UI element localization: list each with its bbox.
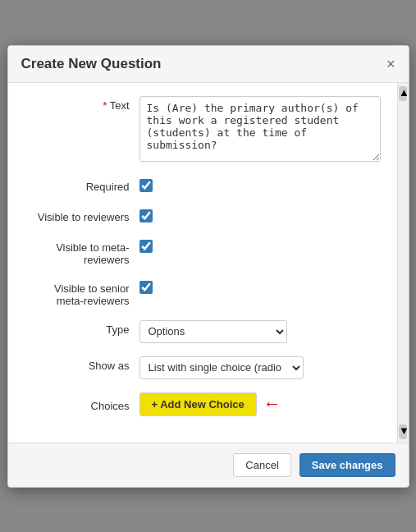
modal-overlay: Create New Question × Text Is (Are) the … bbox=[0, 0, 416, 532]
show-as-label: Show as bbox=[25, 356, 139, 372]
cancel-button[interactable]: Cancel bbox=[233, 453, 290, 477]
show-as-row: Show as List with single choice (radio l… bbox=[25, 356, 381, 379]
modal-title: Create New Question bbox=[21, 56, 162, 72]
visible-reviewers-control bbox=[139, 208, 381, 225]
visible-reviewers-row: Visible to reviewers bbox=[25, 208, 381, 225]
choices-label: Choices bbox=[25, 397, 139, 412]
scroll-up-arrow[interactable]: ▲ bbox=[399, 86, 407, 101]
close-button[interactable]: × bbox=[386, 57, 395, 71]
visible-meta-row: Visible to meta-reviewers bbox=[25, 238, 381, 266]
visible-meta-control bbox=[139, 238, 381, 255]
scrollbar-track: ▲ ▼ bbox=[397, 83, 409, 443]
visible-senior-control bbox=[139, 279, 381, 296]
modal-dialog: Create New Question × Text Is (Are) the … bbox=[7, 45, 409, 488]
arrow-indicator: ← bbox=[263, 393, 281, 415]
required-control bbox=[139, 177, 381, 195]
modal-header: Create New Question × bbox=[8, 46, 409, 83]
type-row: Type Options Text Number Date bbox=[25, 320, 381, 343]
visible-meta-checkbox[interactable] bbox=[139, 240, 153, 253]
visible-senior-row: Visible to senior meta-reviewers bbox=[25, 279, 381, 307]
visible-reviewers-checkbox[interactable] bbox=[139, 209, 153, 222]
scroll-down-arrow[interactable]: ▼ bbox=[399, 424, 407, 439]
visible-senior-checkbox[interactable] bbox=[139, 281, 153, 294]
visible-senior-label: Visible to senior meta-reviewers bbox=[25, 279, 139, 307]
visible-meta-label: Visible to meta-reviewers bbox=[25, 238, 139, 266]
modal-footer: Cancel Save changes bbox=[8, 443, 409, 487]
choices-control: + Add New Choice ← bbox=[139, 392, 381, 416]
show-as-select[interactable]: List with single choice (radio l... List… bbox=[139, 356, 304, 379]
required-label: Required bbox=[25, 177, 139, 193]
add-choice-button[interactable]: + Add New Choice bbox=[139, 392, 257, 416]
choices-row: Choices + Add New Choice ← bbox=[25, 392, 381, 416]
save-button[interactable]: Save changes bbox=[299, 453, 395, 477]
type-control: Options Text Number Date bbox=[139, 320, 381, 343]
text-label: Text bbox=[25, 96, 139, 112]
text-input[interactable]: Is (Are) the primary author(s) of this w… bbox=[139, 96, 381, 162]
visible-reviewers-label: Visible to reviewers bbox=[25, 208, 139, 223]
type-label: Type bbox=[25, 320, 139, 336]
required-checkbox[interactable] bbox=[139, 179, 153, 192]
text-field-row: Text Is (Are) the primary author(s) of t… bbox=[25, 96, 381, 164]
show-as-control: List with single choice (radio l... List… bbox=[139, 356, 381, 379]
modal-body: Text Is (Are) the primary author(s) of t… bbox=[8, 83, 397, 443]
required-row: Required bbox=[25, 177, 381, 195]
type-select[interactable]: Options Text Number Date bbox=[139, 320, 287, 343]
text-control: Is (Are) the primary author(s) of this w… bbox=[139, 96, 381, 164]
